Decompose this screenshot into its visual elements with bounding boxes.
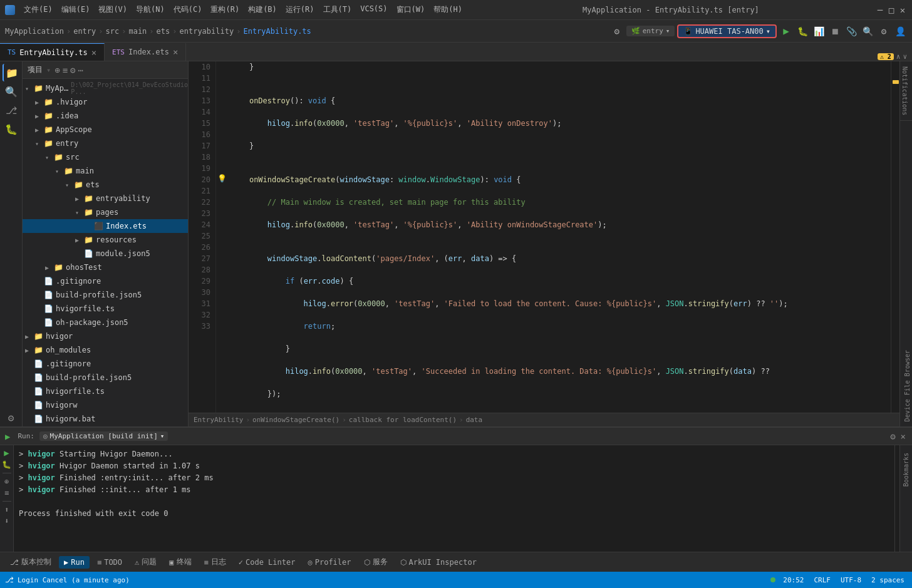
tree-build-profile-entry[interactable]: 📄 build-profile.json5 (23, 288, 188, 302)
breadcrumb-ets[interactable]: ets (157, 27, 170, 36)
breadcrumb-entryability[interactable]: entryability (180, 27, 234, 36)
sidebar-filter-icon[interactable]: ⚙ (70, 65, 75, 75)
bottom-panel-scrollbar[interactable] (894, 445, 899, 552)
tab-index[interactable]: ETS Index.ets × (105, 43, 186, 61)
search-button[interactable]: 🔍 (861, 24, 874, 38)
breadcrumb-main[interactable]: main (128, 27, 147, 36)
panel-btn-4[interactable]: ⬇ (4, 517, 9, 525)
tree-idea[interactable]: ▶ 📁 .idea (23, 109, 188, 123)
menu-tools[interactable]: 工具(T) (319, 3, 356, 16)
activity-settings[interactable]: ⚙ (3, 409, 20, 426)
toolbar-log[interactable]: ≡ 日志 (199, 555, 231, 569)
debug-button[interactable]: 🐛 (795, 24, 809, 38)
activity-debug[interactable]: 🐛 (3, 120, 20, 138)
panel-btn-3[interactable]: ⬆ (4, 505, 9, 514)
activity-search[interactable]: 🔍 (3, 83, 20, 100)
settings-icon[interactable]: ⚙ (610, 24, 624, 38)
login-status[interactable]: Login Cancel (a minute ago) (18, 576, 130, 584)
menu-help[interactable]: 帮助(H) (430, 3, 466, 16)
tree-entryability[interactable]: ▶ 📁 entryability (23, 192, 188, 205)
toolbar-profiler[interactable]: ◎ Profiler (303, 556, 356, 569)
menu-code[interactable]: 代码(C) (170, 3, 206, 16)
tree-hvigor[interactable]: ▶ 📁 .hvigor (23, 95, 188, 109)
tree-main[interactable]: ▾ 📁 main (23, 164, 188, 178)
bookmarks-panel[interactable]: Bookmarks (899, 445, 912, 552)
menu-file[interactable]: 文件(E) (20, 3, 56, 16)
tab-index-close[interactable]: × (173, 47, 178, 57)
tree-hvigor-root[interactable]: ▶ 📁 hvigor (23, 329, 188, 343)
code-editor[interactable]: 10111213 14151617 18192021 22232425 2627… (189, 61, 899, 413)
branch-selector[interactable]: 🌿 entry ▾ (626, 26, 675, 36)
sidebar-settings-icon[interactable]: ⋯ (78, 65, 83, 75)
menu-refactor[interactable]: 重构(R) (207, 3, 243, 16)
run-config[interactable]: ◎ MyApplication [build init] ▾ (39, 431, 168, 441)
tab-entryability[interactable]: TS EntryAbility.ts × (0, 43, 105, 61)
panel-debug-btn[interactable]: 🐛 (2, 460, 11, 469)
warnings-badge[interactable]: ⚠ 2 (878, 53, 894, 60)
notifications-panel-label[interactable]: Notifications (900, 61, 912, 121)
breadcrumb-entry[interactable]: entry (73, 27, 96, 36)
breadcrumb-param[interactable]: data (466, 416, 483, 424)
breadcrumb-file[interactable]: EntryAbility.ts (243, 27, 311, 36)
breadcrumb-src[interactable]: src (106, 27, 120, 36)
tree-build-profile-root[interactable]: 📄 build-profile.json5 (23, 371, 188, 384)
tree-ets[interactable]: ▾ 📁 ets (23, 178, 188, 192)
toolbar-terminal[interactable]: ▣ 终端 (164, 555, 196, 569)
panel-btn-2[interactable]: ≡ (4, 488, 9, 497)
toolbar-run[interactable]: ▶ Run (59, 556, 90, 569)
activity-project[interactable]: 📁 (3, 64, 20, 81)
line-ending-selector[interactable]: CRLF (811, 576, 833, 584)
menu-build[interactable]: 构建(B) (244, 3, 281, 16)
breadcrumb-app[interactable]: MyApplication (5, 27, 64, 36)
panel-settings-icon[interactable]: ⚙ (889, 430, 896, 443)
minimap-scrollbar[interactable] (891, 61, 899, 413)
attach-button[interactable]: 📎 (844, 24, 858, 38)
minimize-button[interactable]: ─ (876, 6, 884, 14)
tree-oh-package-entry[interactable]: 📄 oh-package.json5 (23, 316, 188, 329)
tree-local-properties[interactable]: 📄 local.properties (23, 426, 188, 426)
code-content[interactable]: } onDestroy(): void { hilog.info(0x0000,… (226, 61, 899, 413)
tree-src[interactable]: ▾ 📁 src (23, 150, 188, 164)
toolbar-arkui[interactable]: ⬡ ArkUI Inspector (395, 556, 482, 569)
sidebar-collapse-icon[interactable]: ≡ (63, 65, 68, 75)
expand-icon[interactable]: ∧ (896, 53, 901, 61)
tree-pages[interactable]: ▾ 📁 pages (23, 205, 188, 219)
device-file-browser-label[interactable]: Device File Browser (900, 345, 912, 426)
maximize-button[interactable]: □ (887, 6, 896, 14)
account-button[interactable]: 👤 (893, 24, 907, 38)
run-app-button[interactable]: ▶ (779, 24, 793, 38)
breadcrumb-class[interactable]: EntryAbility (194, 416, 243, 424)
tree-hvigorfile-entry[interactable]: 📄 hvigorfile.ts (23, 302, 188, 316)
menu-view[interactable]: 视图(V) (95, 3, 131, 16)
tree-ohostest[interactable]: ▶ 📁 ohosTest (23, 260, 188, 274)
stop-button[interactable]: ⏹ (828, 24, 842, 38)
profile-button[interactable]: 📊 (812, 24, 826, 38)
collapse-icon[interactable]: ∨ (903, 53, 907, 61)
tree-resources[interactable]: ▶ 📁 resources (23, 233, 188, 247)
tree-oh-modules[interactable]: ▶ 📁 oh_modules (23, 343, 188, 357)
device-selector[interactable]: 📱 HUAWEI TAS-AN00 ▾ (677, 24, 777, 38)
toolbar-codelinter[interactable]: ✓ Code Linter (234, 556, 301, 569)
menu-edit[interactable]: 编辑(E) (58, 3, 94, 16)
close-button[interactable]: ✕ (898, 6, 907, 14)
panel-run-btn[interactable]: ▶ (4, 448, 9, 458)
tree-index-ets[interactable]: ⬛ Index.ets (23, 219, 188, 233)
tree-gitignore-entry[interactable]: 📄 .gitignore (23, 274, 188, 288)
tree-hvigorfile-root[interactable]: 📄 hvigorfile.ts (23, 384, 188, 398)
toolbar-issues[interactable]: ⚠ 问题 (130, 555, 162, 569)
run-icon[interactable]: ▶ (5, 431, 10, 441)
menu-vcs[interactable]: VCS(S) (356, 3, 391, 16)
tree-module-json[interactable]: 📄 module.json5 (23, 247, 188, 260)
menu-navigate[interactable]: 导航(N) (132, 3, 168, 16)
lightbulb-icon[interactable]: 💡 (217, 174, 227, 183)
menu-window[interactable]: 窗口(W) (393, 3, 429, 16)
settings-button[interactable]: ⚙ (877, 24, 891, 38)
menu-run[interactable]: 运行(R) (282, 3, 318, 16)
time-display[interactable]: 20:52 (780, 576, 806, 584)
tree-root[interactable]: ▾ 📁 MyApplication D:\002_Project\014_Dev… (23, 81, 188, 95)
breadcrumb-method[interactable]: onWindowStageCreate() (252, 416, 339, 424)
toolbar-services[interactable]: ⬡ 服务 (359, 555, 393, 569)
panel-btn-1[interactable]: ⊕ (4, 477, 9, 486)
activity-git[interactable]: ⎇ (3, 101, 20, 119)
encoding-selector[interactable]: UTF-8 (838, 576, 864, 584)
